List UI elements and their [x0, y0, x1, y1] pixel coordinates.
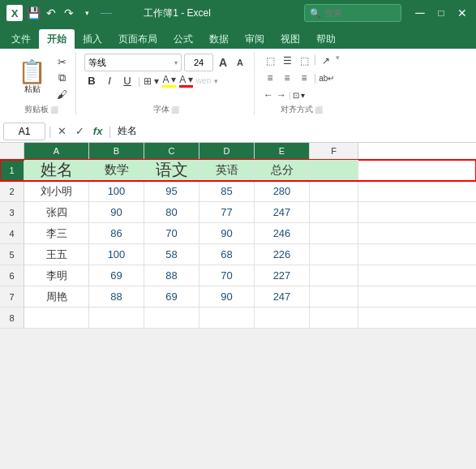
font-name-selector[interactable]: 等线 ▾	[84, 54, 182, 71]
row-num-1[interactable]: 1	[0, 160, 24, 180]
border-button[interactable]: ⊞ ▾	[144, 75, 159, 87]
cell-B3[interactable]: 90	[89, 202, 144, 222]
tab-help[interactable]: 帮助	[308, 29, 344, 49]
tab-data[interactable]: 数据	[201, 29, 237, 49]
cell-F4[interactable]	[310, 223, 358, 243]
cell-F6[interactable]	[310, 265, 358, 286]
cell-B5[interactable]: 100	[89, 244, 144, 265]
row-num-4[interactable]: 4	[0, 223, 24, 243]
font-expand-icon[interactable]: ⬜	[171, 106, 179, 114]
close-icon[interactable]: ✕	[455, 6, 470, 20]
font-size-selector[interactable]: 24	[184, 54, 213, 71]
fill-color-button[interactable]: A ▾	[162, 74, 176, 88]
cell-A4[interactable]: 李三	[24, 223, 89, 243]
cell-C5[interactable]: 58	[144, 244, 199, 265]
cell-B7[interactable]: 88	[89, 286, 144, 307]
cut-icon[interactable]: ✂	[54, 54, 69, 69]
confirm-formula-icon[interactable]: ✓	[73, 124, 88, 139]
cell-B1[interactable]: 数学	[89, 160, 144, 180]
row-num-6[interactable]: 6	[0, 265, 24, 286]
clipboard-expand-icon[interactable]: ⬜	[50, 106, 58, 114]
wrap-text-button[interactable]: ab↵	[319, 74, 334, 83]
save-icon[interactable]: 💾	[26, 6, 41, 20]
cell-C1[interactable]: 语文	[144, 160, 199, 180]
angle-text-icon[interactable]: ↗	[319, 54, 333, 68]
cell-reference-box[interactable]: A1	[3, 123, 45, 140]
cell-B6[interactable]: 69	[89, 265, 144, 286]
cell-D4[interactable]: 90	[199, 223, 255, 243]
cell-E5[interactable]: 226	[255, 244, 310, 265]
cell-C4[interactable]: 70	[144, 223, 199, 243]
minimize-icon[interactable]: ─	[413, 6, 427, 20]
cell-F3[interactable]	[310, 202, 358, 222]
cell-D8[interactable]	[199, 308, 255, 328]
tab-view[interactable]: 视图	[272, 29, 308, 49]
tab-review[interactable]: 审阅	[237, 29, 272, 49]
cell-B8[interactable]	[89, 308, 144, 328]
align-top-icon[interactable]: ⬚	[263, 54, 277, 68]
cell-A3[interactable]: 张四	[24, 202, 89, 222]
cancel-formula-icon[interactable]: ✕	[55, 124, 70, 139]
font-color-button[interactable]: A ▾	[179, 74, 193, 88]
paste-button[interactable]: 📋 粘贴	[13, 59, 51, 97]
cell-D1[interactable]: 英语	[199, 160, 255, 180]
cell-C6[interactable]: 88	[144, 265, 199, 286]
cell-D7[interactable]: 90	[199, 286, 255, 307]
col-header-F[interactable]: F	[310, 143, 358, 159]
row-num-8[interactable]: 8	[0, 308, 24, 328]
tab-home[interactable]: 开始	[39, 29, 75, 49]
bold-button[interactable]: B	[84, 75, 99, 87]
tab-insert[interactable]: 插入	[75, 29, 110, 49]
cell-E7[interactable]: 247	[255, 286, 310, 307]
maximize-icon[interactable]: □	[434, 6, 448, 20]
col-header-E[interactable]: E	[255, 143, 310, 159]
cell-D5[interactable]: 68	[199, 244, 255, 265]
col-header-C[interactable]: C	[144, 143, 199, 159]
cell-F8[interactable]	[310, 308, 358, 328]
align-right-icon[interactable]: ≡	[297, 71, 311, 85]
cell-E1[interactable]: 总分	[255, 160, 310, 180]
row-num-2[interactable]: 2	[0, 181, 24, 201]
cell-C2[interactable]: 95	[144, 181, 199, 201]
tab-pagelayout[interactable]: 页面布局	[110, 29, 165, 49]
col-header-D[interactable]: D	[199, 143, 255, 159]
col-header-B[interactable]: B	[89, 143, 144, 159]
cell-E8[interactable]	[255, 308, 310, 328]
cell-A8[interactable]	[24, 308, 89, 328]
tab-formulas[interactable]: 公式	[165, 29, 201, 49]
cell-F1[interactable]	[310, 160, 358, 180]
tab-file[interactable]: 文件	[3, 29, 39, 49]
row-num-3[interactable]: 3	[0, 202, 24, 222]
cell-B4[interactable]: 86	[89, 223, 144, 243]
align-left-icon[interactable]: ≡	[263, 71, 277, 85]
cell-E2[interactable]: 280	[255, 181, 310, 201]
cell-C3[interactable]: 80	[144, 202, 199, 222]
underline-button[interactable]: U	[120, 75, 135, 87]
col-header-A[interactable]: A	[24, 143, 89, 159]
cell-F7[interactable]	[310, 286, 358, 307]
cell-F2[interactable]	[310, 181, 358, 201]
insert-function-icon[interactable]: fx	[91, 124, 105, 139]
decrease-indent-icon[interactable]: ←	[263, 88, 274, 102]
cell-D6[interactable]: 70	[199, 265, 255, 286]
copy-icon[interactable]: ⧉	[54, 71, 69, 85]
cell-A2[interactable]: 刘小明	[24, 181, 89, 201]
font-size-increase-icon[interactable]: A	[216, 55, 230, 70]
cell-D3[interactable]: 77	[199, 202, 255, 222]
alignment-expand-icon[interactable]: ⬜	[315, 106, 323, 114]
font-size-decrease-icon[interactable]: A	[233, 55, 247, 70]
search-box[interactable]: 🔍	[304, 4, 401, 22]
cell-A6[interactable]: 李明	[24, 265, 89, 286]
cell-D2[interactable]: 85	[199, 181, 255, 201]
italic-button[interactable]: I	[102, 75, 117, 87]
format-painter-icon[interactable]: 🖌	[54, 87, 69, 101]
cell-E4[interactable]: 246	[255, 223, 310, 243]
row-num-5[interactable]: 5	[0, 244, 24, 265]
cell-C7[interactable]: 69	[144, 286, 199, 307]
cell-E6[interactable]: 227	[255, 265, 310, 286]
merge-cells-button[interactable]: ⊡ ▾	[293, 91, 306, 100]
row-num-7[interactable]: 7	[0, 286, 24, 307]
align-center-icon[interactable]: ≡	[280, 71, 294, 85]
align-bottom-icon[interactable]: ⬚	[297, 54, 311, 68]
cell-C8[interactable]	[144, 308, 199, 328]
